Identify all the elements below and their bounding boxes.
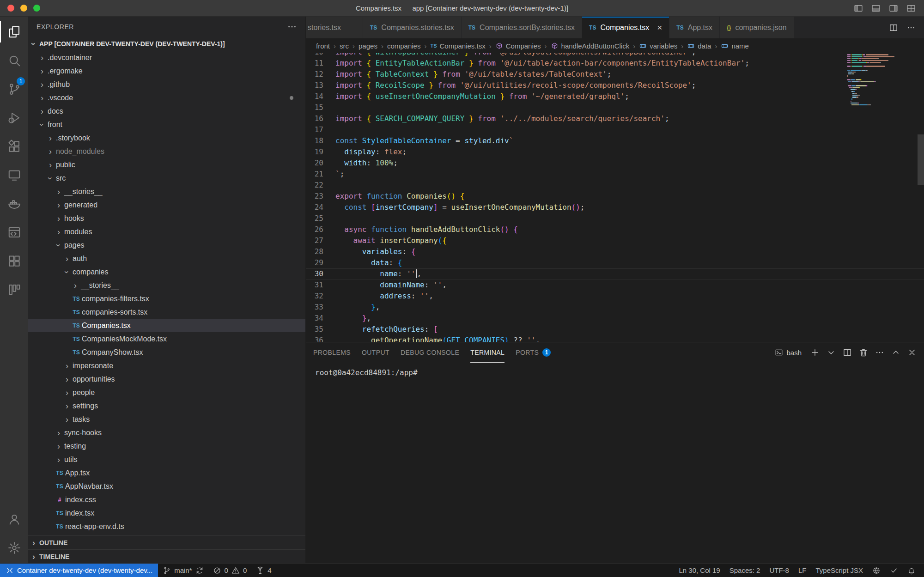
layout-panel-icon[interactable] xyxy=(871,4,881,13)
minimap[interactable] xyxy=(847,54,918,106)
minimize-window-button[interactable] xyxy=(20,5,27,12)
tree-folder-.devcontainer[interactable]: ›.devcontainer xyxy=(28,51,305,64)
tree-file-App.tsx[interactable]: TSApp.tsx xyxy=(28,466,305,480)
tree-file-react-app-env.d.ts[interactable]: TSreact-app-env.d.ts xyxy=(28,520,305,533)
activity-explorer[interactable] xyxy=(0,18,28,46)
breadcrumb-Companies[interactable]: Companies xyxy=(495,42,541,50)
close-icon[interactable] xyxy=(907,348,917,357)
status-notifications[interactable] xyxy=(903,564,920,577)
code-line-31[interactable]: 31 domainName: '', xyxy=(306,279,924,291)
tree-file-CompaniesMockMode.tsx[interactable]: TSCompaniesMockMode.tsx xyxy=(28,332,305,346)
code-line-18[interactable]: 18const StyledTableContainer = styled.di… xyxy=(306,135,924,146)
status-eol[interactable]: LF xyxy=(794,564,811,577)
tree-folder-__stories__[interactable]: ›__stories__ xyxy=(28,185,305,198)
code-line-22[interactable]: 22 xyxy=(306,180,924,191)
tree-file-companies-filters.tsx[interactable]: TScompanies-filters.tsx xyxy=(28,292,305,305)
tree-folder-opportunities[interactable]: ›opportunities xyxy=(28,372,305,386)
code-line-36[interactable]: 36 getOperationName(GET_COMPANIES) ?? ''… xyxy=(306,335,924,342)
tree-file-AppNavbar.tsx[interactable]: TSAppNavbar.tsx xyxy=(28,480,305,493)
tree-folder-modules[interactable]: ›modules xyxy=(28,225,305,238)
code-line-13[interactable]: 13import { RecoilScope } from '@/ui/util… xyxy=(306,80,924,91)
code-line-19[interactable]: 19 display: flex; xyxy=(306,146,924,158)
editor-scrollbar[interactable] xyxy=(918,134,924,185)
tree-folder-__stories__[interactable]: ›__stories__ xyxy=(28,279,305,292)
close-window-button[interactable] xyxy=(7,5,14,12)
code-line-10[interactable]: 10import { WithTopBarContainer } from '@… xyxy=(306,53,924,58)
tree-file-index.css[interactable]: #index.css xyxy=(28,493,305,506)
code-line-25[interactable]: 25 xyxy=(306,213,924,224)
code-line-14[interactable]: 14import { useInsertOneCompanyMutation }… xyxy=(306,91,924,102)
more-icon[interactable] xyxy=(906,23,916,32)
tree-folder-.github[interactable]: ›.github xyxy=(28,78,305,91)
layout-grid-icon[interactable] xyxy=(906,4,916,13)
code-editor[interactable]: 10import { WithTopBarContainer } from '@… xyxy=(306,53,924,342)
tree-folder-testing[interactable]: ›testing xyxy=(28,439,305,453)
code-line-15[interactable]: 15 xyxy=(306,102,924,113)
tab-Companies.stories.tsx[interactable]: TSCompanies.stories.tsx xyxy=(363,17,462,38)
tree-folder-impersonate[interactable]: ›impersonate xyxy=(28,359,305,372)
code-line-20[interactable]: 20 width: 100%; xyxy=(306,158,924,169)
workspace-section-header[interactable]: › APP [CONTAINER DEV-TWENTY-DEV (DEV-TWE… xyxy=(28,37,305,51)
code-line-32[interactable]: 32 address: '', xyxy=(306,291,924,302)
split-editor-icon[interactable] xyxy=(889,23,898,32)
status-ports-forwarded[interactable]: 4 xyxy=(251,564,276,577)
status-cursor-position[interactable]: Ln 30, Col 19 xyxy=(674,564,724,577)
tree-folder-public[interactable]: ›public xyxy=(28,158,305,171)
breadcrumb-pages[interactable]: pages xyxy=(359,42,377,50)
activity-docker[interactable] xyxy=(0,189,28,218)
status-language-status[interactable] xyxy=(868,564,885,577)
panel-tab-ports[interactable]: PORTS1 xyxy=(516,342,551,363)
activity-test-explorer[interactable] xyxy=(0,247,28,275)
tab-Companies.tsx[interactable]: TSCompanies.tsx× xyxy=(582,17,669,38)
code-line-26[interactable]: 26 async function handleAddButtonClick()… xyxy=(306,224,924,235)
breadcrumb-variables[interactable]: variables xyxy=(639,42,677,50)
code-line-27[interactable]: 27 await insertCompany({ xyxy=(306,235,924,246)
code-line-29[interactable]: 29 data: { xyxy=(306,257,924,268)
code-line-28[interactable]: 28 variables: { xyxy=(306,246,924,257)
code-line-12[interactable]: 12import { TableContext } from '@/ui/tab… xyxy=(306,69,924,80)
outline-section[interactable]: › OUTLINE xyxy=(28,535,305,549)
breadcrumb-Companies.tsx[interactable]: TSCompanies.tsx xyxy=(430,42,485,50)
chevron-up-icon[interactable] xyxy=(891,348,900,357)
activity-remote-explorer[interactable] xyxy=(0,161,28,189)
status-formatter[interactable] xyxy=(885,564,903,577)
timeline-section[interactable]: › TIMELINE xyxy=(28,549,305,563)
code-line-30[interactable]: 30 name: '', xyxy=(306,268,924,279)
terminal-body[interactable]: root@0a42ecd84891:/app# xyxy=(306,363,924,563)
tree-folder-front[interactable]: ›front xyxy=(28,118,305,131)
tree-folder-generated[interactable]: ›generated xyxy=(28,198,305,212)
close-icon[interactable]: × xyxy=(657,23,662,32)
breadcrumb-name[interactable]: name xyxy=(721,42,749,50)
activity-source-control[interactable]: 1 xyxy=(0,75,28,103)
tree-folder-settings[interactable]: ›settings xyxy=(28,399,305,413)
breadcrumb-src[interactable]: src xyxy=(340,42,349,50)
breadcrumb-companies[interactable]: companies xyxy=(387,42,421,50)
code-line-33[interactable]: 33 }, xyxy=(306,302,924,313)
activity-accounts[interactable] xyxy=(0,505,28,534)
tree-folder-utils[interactable]: ›utils xyxy=(28,453,305,466)
activity-project-boards[interactable] xyxy=(0,275,28,304)
activity-search[interactable] xyxy=(0,46,28,75)
tree-folder-people[interactable]: ›people xyxy=(28,386,305,399)
status-indentation[interactable]: Spaces: 2 xyxy=(725,564,765,577)
tree-file-CompanyShow.tsx[interactable]: TSCompanyShow.tsx xyxy=(28,346,305,359)
tree-folder-pages[interactable]: ›pages xyxy=(28,238,305,252)
tree-folder-.storybook[interactable]: ›.storybook xyxy=(28,131,305,145)
trash-icon[interactable] xyxy=(859,348,868,357)
panel-tab-debug-console[interactable]: DEBUG CONSOLE xyxy=(401,342,459,363)
status-encoding[interactable]: UTF-8 xyxy=(765,564,794,577)
tree-folder-.ergomake[interactable]: ›.ergomake xyxy=(28,64,305,78)
tab-companies.json[interactable]: {}companies.json xyxy=(720,17,794,38)
code-line-35[interactable]: 35 refetchQueries: [ xyxy=(306,324,924,335)
tree-file-index.tsx[interactable]: TSindex.tsx xyxy=(28,506,305,520)
tab-stories.tsx[interactable]: stories.tsx xyxy=(306,17,363,38)
status-git-branch[interactable]: main* xyxy=(158,564,208,577)
tree-folder-tasks[interactable]: ›tasks xyxy=(28,413,305,426)
activity-settings[interactable] xyxy=(0,534,28,562)
status-remote-indicator[interactable]: Container dev-twenty-dev (dev-twenty-dev… xyxy=(0,564,158,577)
tree-folder-companies[interactable]: ›companies xyxy=(28,265,305,279)
breadcrumb-handleAddButtonClick[interactable]: handleAddButtonClick xyxy=(551,42,630,50)
tree-folder-src[interactable]: ›src xyxy=(28,171,305,185)
zoom-window-button[interactable] xyxy=(33,5,40,12)
code-line-23[interactable]: 23export function Companies() { xyxy=(306,191,924,202)
